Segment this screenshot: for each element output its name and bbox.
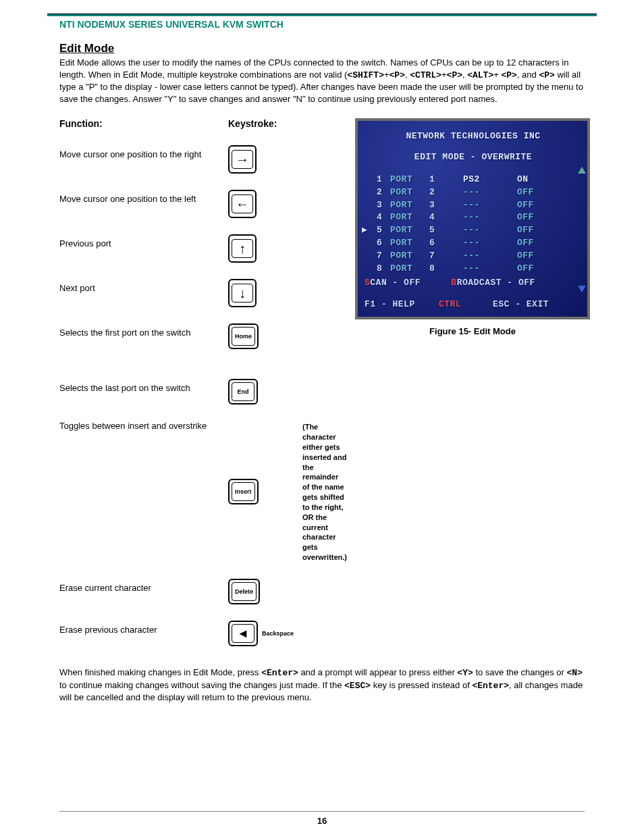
port-row: 3PORT3---OFF — [360, 199, 586, 212]
port-name: PORT — [390, 174, 429, 186]
port-name: PORT — [390, 199, 429, 212]
port-row: 7PORT7---OFF — [360, 250, 586, 263]
key-p: <P> — [390, 70, 405, 80]
arrow-left-icon: ← — [236, 197, 249, 211]
key-p: <P> — [539, 70, 554, 80]
fn-desc: Move cursor one position to the left — [59, 190, 221, 218]
key-shift: <SHIFT> — [347, 70, 384, 80]
port-idx: 5 — [429, 224, 463, 237]
fn-desc: Selects the first port on the switch — [59, 323, 221, 349]
port-idx: 1 — [429, 174, 463, 186]
port-idx: 3 — [429, 199, 463, 212]
port-idx: 2 — [429, 186, 463, 199]
arrow-right-icon: → — [236, 153, 249, 166]
port-idx: 6 — [429, 237, 463, 250]
port-state: OFF — [517, 263, 541, 276]
closing-paragraph: When finished making changes in Edit Mod… — [59, 667, 585, 704]
port-type: PS2 — [463, 174, 517, 186]
esc-label: ESC - EXIT — [493, 298, 549, 311]
closing-text: key is pressed instead of — [371, 680, 472, 690]
cursor-icon: ▶ — [362, 224, 367, 237]
scroll-down-icon — [578, 286, 586, 292]
port-name: PORT — [390, 263, 429, 276]
key-alt: <ALT> — [467, 70, 493, 80]
port-state: OFF — [517, 211, 541, 224]
key-p: <P> — [447, 70, 462, 80]
key-label: Delete — [232, 582, 257, 601]
doc-header: NTI NODEMUX SERIES UNIVERSAL KVM SWITCH — [59, 19, 585, 30]
intro-paragraph: Edit Mode allows the user to modify the … — [59, 57, 585, 105]
port-num: 1 — [377, 174, 390, 186]
key-label: Home — [232, 327, 255, 346]
port-name: PORT — [390, 224, 429, 237]
port-state: OFF — [517, 250, 541, 263]
help-label: F1 - HELP — [365, 298, 439, 311]
port-type: --- — [463, 199, 517, 212]
key-insert: Insert — [228, 479, 259, 504]
intro-sep: + — [441, 70, 447, 80]
section-title: Edit Mode — [59, 42, 585, 55]
fn-desc: Next port — [59, 279, 221, 307]
key-delete: Delete — [228, 579, 260, 604]
arrow-down-icon: ↓ — [239, 286, 246, 300]
key-right-arrow: → — [228, 145, 257, 174]
port-num: 5 — [377, 224, 390, 237]
key-ctrl: <CTRL> — [410, 70, 441, 80]
key-n: <N> — [567, 668, 583, 678]
port-type: --- — [463, 263, 517, 276]
port-num: 3 — [377, 199, 390, 212]
port-name: PORT — [390, 250, 429, 263]
closing-text: When finished making changes in Edit Mod… — [59, 667, 261, 677]
key-label: Insert — [232, 482, 255, 501]
fn-desc: Previous port — [59, 234, 221, 263]
broadcast-hotkey: B — [451, 277, 456, 290]
fn-desc: Toggles between insert and overstrike — [59, 421, 221, 563]
key-up-arrow: ↑ — [228, 234, 257, 263]
port-row: 1PORT1PS2ON — [360, 174, 586, 186]
screen-title: NETWORK TECHNOLOGIES INC — [360, 130, 586, 143]
port-state: OFF — [517, 237, 541, 250]
closing-text: to continue making changes without savin… — [59, 680, 344, 690]
key-backspace: ◄ — [228, 621, 258, 646]
arrow-left-icon: ◄ — [237, 627, 249, 641]
screen-bottom-row: SCAN - OFFBROADCAST - OFF — [360, 277, 586, 290]
col-header-keystroke: Keystroke: — [228, 118, 343, 129]
broadcast-status: ROADCAST - OFF — [457, 277, 535, 290]
key-enter: <Enter> — [261, 668, 298, 678]
port-row: ▶5PORT5---OFF — [360, 224, 586, 237]
intro-sep: + — [493, 70, 501, 80]
screenshot-edit-mode: NETWORK TECHNOLOGIES INC EDIT MODE - OVE… — [355, 118, 590, 319]
intro-sep: , and — [517, 70, 539, 80]
port-type: --- — [463, 250, 517, 263]
intro-sep: + — [384, 70, 390, 80]
key-y: <Y> — [457, 668, 473, 678]
port-type: --- — [463, 224, 517, 237]
port-row: 2PORT2---OFF — [360, 186, 586, 199]
key-left-arrow: ← — [228, 190, 257, 218]
port-num: 8 — [377, 263, 390, 276]
port-idx: 4 — [429, 211, 463, 224]
screen-subtitle: EDIT MODE - OVERWRITE — [360, 151, 586, 164]
closing-text: to save the changes or — [473, 667, 567, 677]
arrow-up-icon: ↑ — [239, 242, 246, 255]
port-idx: 8 — [429, 263, 463, 276]
port-state: OFF — [517, 199, 541, 212]
port-name: PORT — [390, 237, 429, 250]
key-esc: <ESC> — [344, 681, 371, 691]
port-row: 4PORT4---OFF — [360, 211, 586, 224]
key-label: End — [232, 382, 254, 401]
port-num: 2 — [377, 186, 390, 199]
key-end: End — [228, 379, 258, 405]
fn-desc: Erase current character — [59, 579, 221, 604]
key-home: Home — [228, 323, 259, 349]
key-p: <P> — [501, 70, 516, 80]
figure-caption: Figure 15- Edit Mode — [355, 326, 590, 336]
fn-desc: Erase previous character — [59, 621, 221, 646]
port-name: PORT — [390, 211, 429, 224]
port-state: ON — [517, 174, 541, 186]
scroll-up-icon — [578, 167, 586, 174]
port-type: --- — [463, 237, 517, 250]
page-number: 16 — [59, 811, 585, 826]
ctrl-label: CTRL — [439, 298, 493, 311]
port-num: 6 — [377, 237, 390, 250]
